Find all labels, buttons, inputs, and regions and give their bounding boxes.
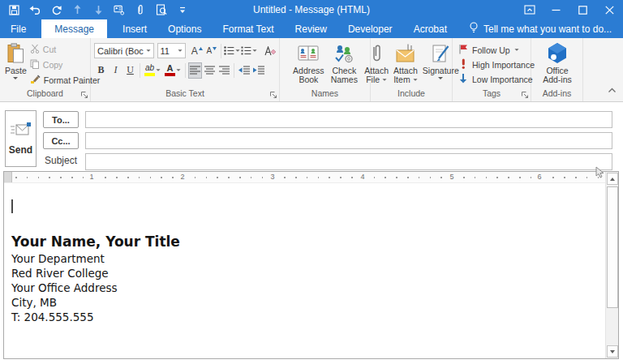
tab-file[interactable]: File <box>0 19 37 38</box>
ribbon-display-options-icon[interactable] <box>516 0 543 19</box>
tab-acrobat[interactable]: Acrobat <box>403 19 458 38</box>
select-names-icon[interactable] <box>114 4 125 15</box>
signature-block: Your Name, Your Title Your Department Re… <box>11 233 180 324</box>
clipboard-dialog-launcher-icon[interactable] <box>79 90 88 99</box>
window-controls <box>516 0 623 19</box>
collapse-ribbon-icon[interactable] <box>608 82 617 96</box>
check-names-button[interactable]: Check Names <box>329 41 359 84</box>
bold-button[interactable]: B <box>94 62 108 79</box>
to-button[interactable]: To... <box>43 111 79 128</box>
group-clipboard: Paste Cut Copy <box>0 38 91 101</box>
low-importance-label: Low Importance <box>472 75 533 84</box>
increase-indent-button[interactable] <box>251 62 265 79</box>
customize-quick-access-icon[interactable] <box>177 4 188 15</box>
ruler: 1 2 3 4 5 6 <box>4 172 605 183</box>
scrollbar-thumb[interactable] <box>607 186 618 308</box>
align-center-button[interactable] <box>203 62 217 79</box>
tab-developer[interactable]: Developer <box>337 19 403 38</box>
ruler-number: 5 <box>448 173 455 182</box>
office-addins-icon <box>546 42 569 64</box>
shrink-font-button[interactable]: A <box>204 43 218 59</box>
follow-up-button[interactable]: Follow Up <box>456 43 535 57</box>
clear-formatting-button[interactable] <box>263 43 277 59</box>
low-importance-icon <box>458 73 468 85</box>
next-item-icon[interactable] <box>92 4 104 15</box>
scroll-down-icon[interactable] <box>607 345 618 358</box>
copy-icon <box>30 59 40 71</box>
signature-dropdown-icon <box>438 77 443 79</box>
tab-message[interactable]: Message <box>41 19 107 38</box>
signature-icon <box>431 42 450 64</box>
scroll-up-icon[interactable] <box>607 173 618 185</box>
underline-button[interactable]: U <box>123 62 137 79</box>
attach-file-ribbon-icon <box>370 42 383 64</box>
attach-item-button[interactable]: Attach Item <box>392 41 419 84</box>
grow-font-button[interactable]: A <box>190 43 204 59</box>
previous-item-icon[interactable] <box>71 4 83 15</box>
font-size-combo[interactable]: 11 <box>157 43 187 58</box>
cc-button[interactable]: Cc... <box>43 132 79 149</box>
text-highlight-button[interactable]: ab <box>143 62 162 79</box>
print-preview-icon[interactable] <box>156 4 167 15</box>
tags-dialog-launcher-icon[interactable] <box>520 90 529 99</box>
grow-font-arrow-icon <box>199 47 203 50</box>
ruler-number: 1 <box>88 173 95 182</box>
undo-icon[interactable] <box>29 4 41 15</box>
follow-up-label: Follow Up <box>472 45 510 55</box>
align-left-button[interactable] <box>188 62 202 79</box>
clear-formatting-icon <box>264 46 276 56</box>
shrink-font-label: A <box>206 46 212 55</box>
mouse-cursor <box>593 166 605 182</box>
paste-button[interactable]: Paste <box>3 41 28 79</box>
minimize-icon[interactable] <box>543 0 569 19</box>
attach-item-label-2: Item <box>393 75 410 84</box>
office-addins-button[interactable]: Office Add-ins <box>541 41 574 84</box>
font-name-combo[interactable]: Calibri (Boc <box>94 43 154 58</box>
divider <box>140 63 140 78</box>
group-addins: Office Add-ins Add-ins <box>531 38 583 101</box>
redo-icon[interactable] <box>50 4 62 15</box>
ruler-number: 4 <box>359 173 366 182</box>
save-icon[interactable] <box>8 4 19 15</box>
tab-review[interactable]: Review <box>285 19 337 38</box>
high-importance-button[interactable]: High Importance <box>456 58 535 71</box>
cc-input[interactable] <box>85 132 612 149</box>
maximize-icon[interactable] <box>569 0 596 19</box>
signature-line: Your Office Address <box>11 280 180 295</box>
tab-format-text[interactable]: Format Text <box>212 19 284 38</box>
send-button[interactable]: Send <box>5 110 37 167</box>
vertical-scrollbar[interactable] <box>605 172 618 358</box>
tab-insert[interactable]: Insert <box>112 19 157 38</box>
tell-me-label: Tell me what you want to do... <box>483 24 612 35</box>
subject-label: Subject <box>45 155 77 166</box>
to-input[interactable] <box>85 111 612 128</box>
font-color-label: A <box>167 64 174 72</box>
low-importance-button[interactable]: Low Importance <box>456 72 535 86</box>
subject-input[interactable] <box>85 153 612 170</box>
ruler-indent-handle[interactable] <box>4 172 12 182</box>
attach-file-button[interactable]: Attach File <box>363 41 390 84</box>
decrease-indent-button[interactable] <box>237 62 251 79</box>
ruler-number: 3 <box>269 173 276 182</box>
quick-access-toolbar <box>0 4 188 15</box>
tab-options[interactable]: Options <box>157 19 212 38</box>
basic-text-dialog-launcher-icon[interactable] <box>269 90 277 99</box>
close-icon[interactable] <box>596 0 623 19</box>
font-color-button[interactable]: A <box>163 62 183 79</box>
cut-icon <box>30 44 40 55</box>
italic-button[interactable]: I <box>109 62 122 79</box>
attach-file-icon[interactable] <box>135 4 146 15</box>
paste-label: Paste <box>5 66 27 75</box>
bullets-button[interactable] <box>224 43 240 59</box>
bullets-dropdown-icon <box>236 49 240 52</box>
tell-me-box[interactable]: Tell me what you want to do... <box>461 19 620 38</box>
message-body-editor[interactable]: 1 2 3 4 5 6 Your Name, Your Title Your D… <box>3 171 619 359</box>
font-size-value: 11 <box>161 46 170 56</box>
numbering-button[interactable] <box>241 43 257 59</box>
check-names-label-2: Names <box>331 75 358 84</box>
text-cursor <box>11 199 13 213</box>
send-icon <box>10 122 32 140</box>
align-right-button[interactable] <box>217 62 231 79</box>
address-book-button[interactable]: Address Book <box>291 41 326 84</box>
group-basic-text: Calibri (Boc 11 A A <box>91 38 280 101</box>
